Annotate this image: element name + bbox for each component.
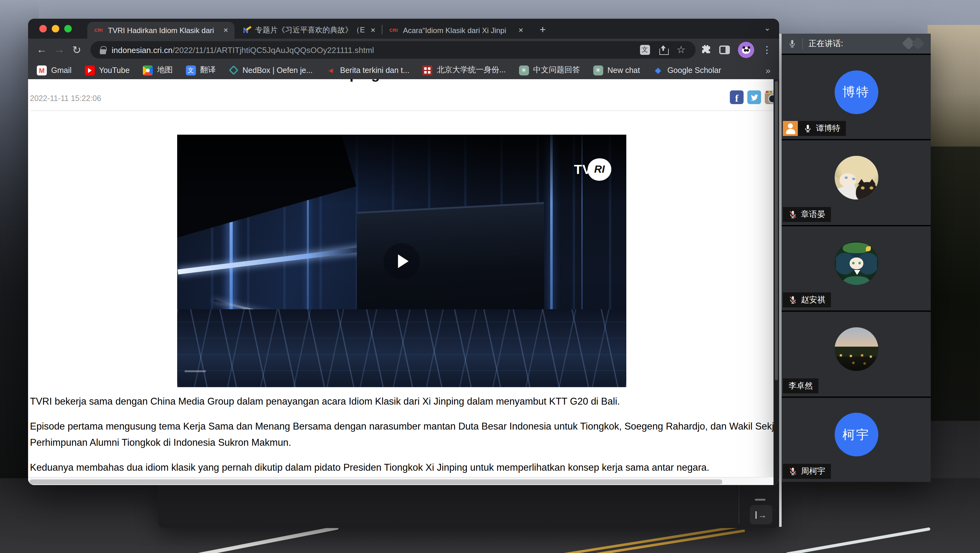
bookmark-berita[interactable]: ◄Berita terkini dan t... — [326, 65, 409, 75]
cri-favicon: CRI — [94, 25, 103, 35]
url-text[interactable]: indonesian.cri.cn/2022/11/11/ARTITjhtiQC… — [112, 45, 374, 54]
vertical-scrollbar-thumb[interactable] — [775, 81, 778, 380]
bookmark-star-icon[interactable]: ☆ — [676, 45, 686, 55]
article-paragraph: TVRI bekerja sama dengan China Media Gro… — [30, 393, 779, 410]
avatar — [834, 327, 878, 371]
bookmark-label: Berita terkini dan t... — [340, 66, 409, 75]
horizontal-scrollbar-thumb[interactable] — [29, 479, 723, 484]
participant-tile[interactable]: 章语晏 — [782, 141, 931, 225]
background-window-divider — [738, 485, 739, 524]
article-heading-clipped: TVRI Hadirkan Idiom Klasik dari Xi Jinpi… — [91, 79, 380, 82]
participant-name: 周柯宇 — [801, 466, 825, 477]
avatar: 博特 — [834, 70, 878, 114]
avatar-initials: 柯宇 — [842, 426, 870, 443]
window-controls — [39, 25, 72, 32]
meeting-app-logo — [902, 37, 924, 51]
participant-badge: 章语晏 — [783, 207, 831, 222]
bookmark-nedbox[interactable]: NedBox | Oefen je... — [229, 66, 313, 75]
vertical-scrollbar[interactable] — [773, 79, 779, 485]
panda-avatar-icon — [741, 46, 751, 54]
video-player[interactable]: TV RI — [177, 135, 626, 387]
wallpaper-hill-right — [928, 25, 980, 149]
omnibox-actions: 文 ☆ — [632, 45, 688, 55]
bookmarks-overflow-chevron[interactable]: » — [765, 65, 770, 75]
tab-bar: CRI TVRI Hadirkan Idiom Klasik dari ✕ N … — [28, 19, 779, 39]
browser-toolbar: ← → ↻ indonesian.cri.cn/2022/11/11/ARTIT… — [28, 39, 779, 61]
avatar-art — [834, 183, 859, 200]
side-panel-icon[interactable] — [719, 46, 730, 54]
avatar-art — [834, 327, 878, 346]
bookmark-translate[interactable]: 文翻译 — [186, 65, 216, 75]
tab-title: TVRI Hadirkan Idiom Klasik dari — [108, 26, 221, 35]
profile-avatar[interactable] — [738, 42, 754, 58]
video-play-button[interactable] — [383, 243, 420, 279]
tab-tvri-article[interactable]: CRI TVRI Hadirkan Idiom Klasik dari ✕ — [88, 22, 235, 39]
participant-tile[interactable]: 柯宇 周柯宇 — [782, 397, 931, 482]
news-arrow-icon: ◄ — [326, 65, 336, 75]
article-paragraph: Episode pertama mengusung tema Kerja Sam… — [30, 418, 779, 451]
wallpaper-trees-right — [928, 146, 980, 421]
bookmark-label: New chat — [607, 66, 640, 75]
tab-title: 专题片《习近平喜欢的典故》（E — [255, 25, 368, 35]
video-art — [185, 370, 206, 372]
page-content: TVRI Hadirkan Idiom Klasik dari Xi Jinpi… — [28, 79, 779, 485]
reload-button[interactable]: ↻ — [68, 41, 86, 59]
avatar-art — [849, 258, 863, 270]
close-window-button[interactable] — [39, 25, 47, 32]
collapse-arrow-icon: → — [758, 510, 767, 520]
twitter-share-icon[interactable] — [747, 91, 761, 104]
minimize-window-button[interactable] — [52, 25, 59, 32]
browser-menu-icon[interactable]: ⋮ — [762, 44, 772, 56]
toolbar-actions: ⋮ — [700, 42, 774, 58]
tab-cctv-special[interactable]: N 专题片《习近平喜欢的典故》（E ✕ — [235, 22, 382, 39]
bookmark-youtube[interactable]: YouTube — [84, 65, 129, 75]
browser-window: CRI TVRI Hadirkan Idiom Klasik dari ✕ N … — [28, 19, 779, 485]
avatar — [834, 242, 878, 285]
bookmark-new-chat[interactable]: ✳New chat — [593, 65, 640, 75]
participant-tile[interactable]: 博特 谭博特 — [782, 55, 931, 139]
bookmark-scholar[interactable]: ◆Google Scholar — [653, 65, 721, 75]
close-tab-icon[interactable]: ✕ — [221, 25, 231, 35]
article-paragraph: Keduanya membahas dua idiom klasik yang … — [30, 459, 779, 476]
close-tab-icon[interactable]: ✕ — [516, 25, 526, 35]
participant-tile[interactable]: 赵安祺 — [782, 226, 931, 311]
youtube-icon — [84, 65, 94, 75]
name-badge: 赵安祺 — [783, 292, 831, 307]
collapse-panel-button[interactable]: → — [750, 505, 772, 524]
forward-button[interactable]: → — [51, 41, 68, 59]
back-button[interactable]: ← — [33, 41, 51, 59]
cri-favicon: CRI — [389, 25, 399, 35]
tab-acara-idiom[interactable]: CRI Acara“Idiom Klasik dari Xi Jinpi ✕ — [382, 22, 530, 39]
participant-tiles: 博特 谭博特 — [782, 55, 931, 482]
participant-badge: 李卓然 — [783, 378, 818, 393]
horizontal-scrollbar[interactable] — [28, 477, 773, 485]
tab-search-chevron-icon[interactable]: ⌄ — [764, 24, 770, 32]
facebook-share-icon[interactable]: f — [730, 91, 744, 104]
bookmark-pku-portal[interactable]: 北京大学统一身份... — [423, 65, 506, 75]
bookmark-chinese-qa[interactable]: ✳中文问题回答 — [519, 65, 580, 75]
bookmark-gmail[interactable]: MGmail — [37, 65, 72, 75]
bookmark-label: NedBox | Oefen je... — [243, 66, 313, 75]
extensions-puzzle-icon[interactable] — [700, 43, 711, 56]
bookmark-maps[interactable]: 地图 — [143, 65, 173, 75]
nedbox-icon — [229, 65, 238, 75]
share-icons: f — [730, 91, 773, 104]
road-yellow-lines — [541, 524, 744, 553]
tvri-logo-ri: RI — [588, 158, 611, 181]
lock-icon[interactable] — [100, 46, 106, 54]
avatar-art — [852, 262, 854, 265]
close-tab-icon[interactable]: ✕ — [368, 25, 378, 35]
zoom-window-button[interactable] — [64, 25, 72, 32]
bookmark-label: Gmail — [51, 66, 72, 75]
participant-badge: 赵安祺 — [783, 292, 831, 307]
address-bar[interactable]: indonesian.cri.cn/2022/11/11/ARTITjhtiQC… — [91, 41, 695, 59]
new-tab-button[interactable]: + — [535, 22, 551, 38]
share-icon[interactable] — [659, 45, 667, 54]
participant-tile[interactable]: 李卓然 — [782, 312, 931, 396]
mic-muted-icon — [789, 467, 797, 476]
window-edge-strip — [779, 34, 782, 527]
mic-muted-icon — [789, 210, 797, 219]
host-person-icon — [783, 121, 798, 136]
translate-icon[interactable]: 文 — [640, 45, 650, 55]
avatar-art — [854, 270, 860, 275]
